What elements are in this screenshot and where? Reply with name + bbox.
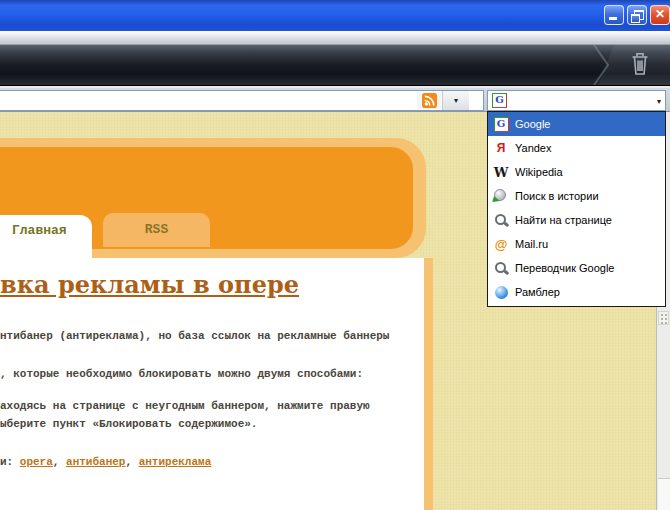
- article-text: , которые необходимо блокировать можно д…: [0, 368, 420, 380]
- search-input[interactable]: G ▾: [487, 90, 666, 111]
- dropdown-item-label: Рамблер: [515, 286, 560, 298]
- article-text: ыберите пункт «Блокировать содержимое».: [0, 418, 420, 430]
- chevron-down-icon: ▾: [454, 96, 458, 105]
- trash-icon[interactable]: [629, 51, 651, 79]
- dropdown-item-label: Переводчик Google: [515, 262, 615, 274]
- magnifier-icon: [493, 260, 509, 276]
- article-title[interactable]: вка рекламы в опере: [0, 270, 420, 299]
- dropdown-item-google-translator[interactable]: Переводчик Google: [488, 256, 665, 280]
- history-search-icon: [493, 188, 509, 204]
- title-bar: [0, 0, 670, 31]
- dropdown-item-rambler[interactable]: Рамблер: [488, 280, 665, 304]
- content-column-border: [424, 258, 433, 510]
- wikipedia-icon: W: [493, 164, 509, 180]
- dropdown-item-label: Mail.ru: [515, 238, 548, 250]
- article-text: аходясь на странице с неугодным баннером…: [0, 400, 420, 412]
- rss-dropdown-button[interactable]: ▾: [442, 91, 469, 110]
- magnifier-icon: [493, 212, 509, 228]
- dropdown-item-wikipedia[interactable]: W Wikipedia: [488, 160, 665, 184]
- google-icon: G: [492, 93, 507, 108]
- tab-bar-separator: [592, 45, 612, 85]
- tags-prefix: и:: [0, 456, 13, 468]
- tags-line: и: opera, антибанер, антиреклама: [0, 456, 211, 468]
- close-icon: ✕: [651, 7, 669, 21]
- dropdown-item-yandex[interactable]: Я Yandex: [488, 136, 665, 160]
- dropdown-item-history-search[interactable]: Поиск в истории: [488, 184, 665, 208]
- browser-window: ✕ ▾ G ▾: [0, 0, 670, 510]
- site-tab-rss[interactable]: RSS: [103, 213, 210, 247]
- site-tab-home[interactable]: Главная: [0, 215, 92, 261]
- scrollbar-thumb-end[interactable]: [658, 478, 670, 510]
- google-icon: G: [494, 117, 509, 132]
- menu-bar: [0, 31, 670, 45]
- dropdown-item-google[interactable]: G Google: [488, 112, 665, 136]
- dropdown-item-label: Найти на странице: [515, 214, 612, 226]
- tag-link-opera[interactable]: opera: [20, 456, 53, 468]
- scrollbar-grip[interactable]: [658, 311, 669, 325]
- url-input[interactable]: ▾: [0, 90, 484, 111]
- yandex-icon: Я: [493, 140, 509, 156]
- dropdown-item-label: Поиск в истории: [515, 190, 599, 202]
- tag-link-antibanner[interactable]: антибанер: [66, 456, 125, 468]
- article-text: нтибанер (антиреклама), но база ссылок н…: [0, 330, 420, 342]
- minimize-icon: [609, 17, 617, 20]
- dropdown-item-mailru[interactable]: @ Mail.ru: [488, 232, 665, 256]
- dropdown-item-label: Yandex: [515, 142, 552, 154]
- minimize-button[interactable]: [604, 5, 624, 25]
- tag-link-antiadvert[interactable]: антиреклама: [139, 456, 212, 468]
- rss-icon: [422, 93, 437, 108]
- search-dropdown-arrow-icon[interactable]: ▾: [657, 97, 661, 106]
- restore-button[interactable]: [627, 5, 647, 25]
- search-engine-dropdown: G Google Я Yandex W Wikipedia Поиск в ис…: [487, 111, 666, 307]
- tab-bar: [0, 45, 670, 86]
- rss-button[interactable]: [417, 92, 441, 109]
- close-button[interactable]: ✕: [650, 5, 670, 25]
- dropdown-item-find-in-page[interactable]: Найти на странице: [488, 208, 665, 232]
- mailru-icon: @: [493, 236, 509, 252]
- dropdown-item-label: Google: [515, 118, 550, 130]
- rambler-icon: [495, 286, 508, 299]
- dropdown-item-label: Wikipedia: [515, 166, 563, 178]
